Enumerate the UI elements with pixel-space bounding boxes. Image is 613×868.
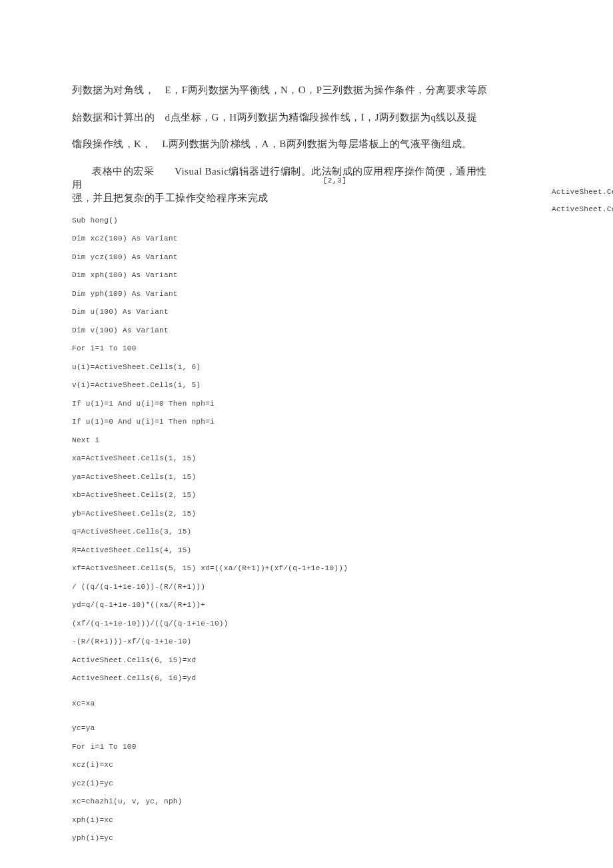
code-line-25: ActiveSheet.Cells(6, 15)=xd bbox=[72, 657, 541, 664]
code-line-8: For i=1 To 100 bbox=[72, 345, 541, 352]
paragraph-2-line-2-text: 强，并且把复杂的手工操作交给程序来完成 bbox=[72, 193, 269, 203]
code-line-29: For i=1 To 100 bbox=[72, 743, 541, 751]
paragraph-1-line-2: 始数据和计算出的 d点坐标，G，H两列数据为精馏段操作线，I，J两列数据为q线以… bbox=[72, 104, 541, 131]
paragraph-1-line-3: 馏段操作线，K， L两列数据为阶梯线，A，B两列数据为每层塔板上的气液平衡组成。 bbox=[72, 131, 541, 158]
paragraph-1-line-1: 列数据为对角线， E，F两列数据为平衡线，N，O，P三列数据为操作条件，分离要求… bbox=[72, 77, 541, 104]
code-line-14: xa=ActiveSheet.Cells(1, 15) bbox=[72, 455, 541, 462]
code-line-23: (xf/(q-1+1e-10)))/((q/(q-1+1e-10)) bbox=[72, 620, 541, 628]
code-line-9: u(i)=ActiveSheet.Cells(i, 6) bbox=[72, 364, 541, 371]
code-line-19: R=ActiveSheet.Cells(4, 15) bbox=[72, 547, 541, 554]
code-line-22: yd=q/(q-1+1e-10)*((xa/(R+1))+ bbox=[72, 602, 541, 609]
code-line-5: Dim yph(100) As Variant bbox=[72, 290, 541, 298]
code-line-21: / ((q/(q-1+1e-10))-(R/(R+1))) bbox=[72, 584, 541, 591]
code-line-30: xcz(i)=xc bbox=[72, 761, 541, 769]
paragraph-2-line-2: 强，并且把复杂的手工操作交给程序来完成 [2,3] bbox=[72, 185, 541, 212]
code-line-26: ActiveSheet.Cells(6, 16)=yd bbox=[72, 675, 541, 682]
code-line-20: xf=ActiveSheet.Cells(5, 15) xd=((xa/(R+1… bbox=[72, 565, 541, 572]
code-line-11: If u(1)=1 And u(i)=0 Then nph=i bbox=[72, 400, 541, 408]
two-column-row: 强，并且把复杂的手工操作交给程序来完成 [2,3] ActiveSheet.Ce… bbox=[72, 185, 541, 212]
code-line-4: Dim xph(100) As Variant bbox=[72, 272, 541, 279]
main-text-block: 列数据为对角线， E，F两列数据为平衡线，N，O，P三列数据为操作条件，分离要求… bbox=[72, 77, 541, 212]
code-line-32: xc=chazhi(u, v, yc, nph) bbox=[72, 798, 541, 805]
left-column: 强，并且把复杂的手工操作交给程序来完成 [2,3] bbox=[72, 185, 541, 212]
code-line-12: If u(1)=0 And u(i)=1 Then nph=i bbox=[72, 418, 541, 426]
code-line-33: xph(i)=xc bbox=[72, 817, 541, 824]
code-line-10: v(i)=ActiveSheet.Cells(i, 5) bbox=[72, 382, 541, 389]
code-line-13: Next i bbox=[72, 437, 541, 444]
code-line-24: -(R/(R+1)))-xf/(q-1+1e-10) bbox=[72, 638, 541, 646]
code-line-3: Dim ycz(100) As Variant bbox=[72, 254, 541, 261]
code-right-1: ActiveSheet.Cells(i, 1)=xph(i) bbox=[552, 189, 613, 196]
code-line-16: xb=ActiveSheet.Cells(2, 15) bbox=[72, 492, 541, 499]
code-line-18: q=ActiveSheet.Cells(3, 15) bbox=[72, 528, 541, 536]
reference-superscript: [2,3] bbox=[323, 177, 347, 185]
code-line-17: yb=ActiveSheet.Cells(2, 15) bbox=[72, 510, 541, 518]
code-right-2: ActiveSheet.Cells(i, 2)=yph(i) bbox=[552, 206, 613, 213]
paragraph-2-line-1: 表格中的宏采 Visual Basic编辑器进行编制。此法制成的应用程序操作简便… bbox=[72, 158, 541, 185]
code-line-27: xc=xa bbox=[72, 700, 541, 707]
code-line-28: yc=ya bbox=[72, 725, 541, 732]
code-block: Sub hong() Dim xcz(100) As Variant Dim y… bbox=[72, 217, 541, 843]
code-line-15: ya=ActiveSheet.Cells(1, 15) bbox=[72, 474, 541, 481]
paragraph-2-line-1-text: 表格中的宏采 Visual Basic编辑器进行编制。此法制成的应用程序操作简便… bbox=[92, 166, 487, 177]
code-line-34: yph(i)=yc bbox=[72, 835, 541, 842]
code-line-2: Dim xcz(100) As Variant bbox=[72, 235, 541, 242]
code-line-7: Dim v(100) As Variant bbox=[72, 327, 541, 334]
code-line-31: ycz(i)=yc bbox=[72, 780, 541, 787]
code-line-6: Dim u(100) As Variant bbox=[72, 308, 541, 316]
code-line-1: Sub hong() bbox=[72, 217, 541, 224]
